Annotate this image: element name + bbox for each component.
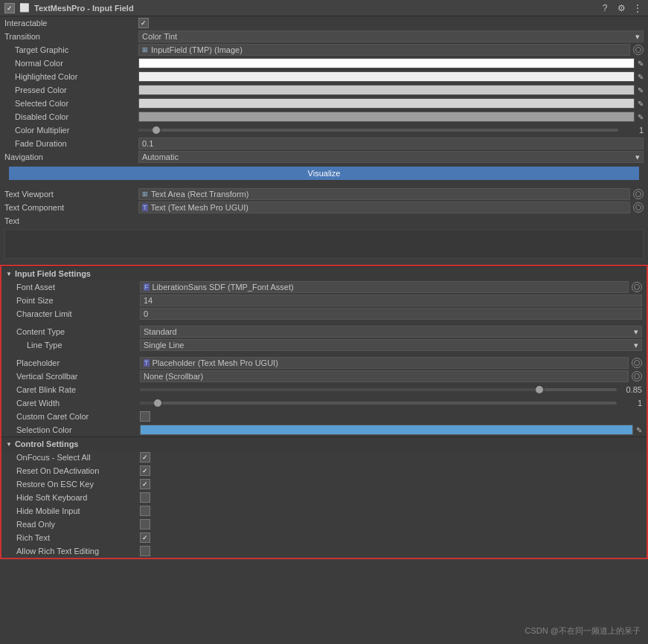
header-icons: ? ⚙ ⋮: [599, 2, 644, 14]
target-graphic-selector[interactable]: [633, 45, 644, 55]
help-icon[interactable]: ?: [599, 2, 611, 14]
color-multiplier-slider-container: 1: [138, 126, 644, 135]
custom-caret-color-row: Custom Caret Color: [1, 410, 647, 423]
vertical-scrollbar-field[interactable]: None (Scrollbar): [140, 370, 629, 382]
allow-rich-value: [140, 546, 642, 556]
caret-width-thumb[interactable]: [154, 399, 161, 407]
caret-blink-number: 0.85: [620, 385, 642, 394]
character-limit-input[interactable]: [140, 308, 642, 320]
placeholder-selector[interactable]: [632, 358, 642, 368]
text-component-field[interactable]: T Text (Text Mesh Pro UGUI): [138, 202, 630, 213]
text-viewport-row: Text Viewport ⊞ Text Area (Rect Transfor…: [0, 187, 648, 201]
disabled-color-edit[interactable]: ✎: [638, 113, 644, 121]
text-area-empty[interactable]: [4, 229, 644, 259]
selection-color-edit[interactable]: ✎: [636, 426, 642, 434]
on-focus-row: OnFocus - Select All: [1, 451, 647, 464]
content-type-value: Standard ▾: [140, 326, 642, 338]
on-focus-value: [140, 452, 642, 463]
settings-icon[interactable]: ⚙: [615, 2, 627, 14]
custom-caret-color-checkbox[interactable]: [140, 411, 150, 422]
selected-color-edit[interactable]: ✎: [638, 100, 644, 108]
hide-mobile-row: Hide Mobile Input: [1, 504, 647, 518]
hide-soft-checkbox[interactable]: [140, 492, 150, 503]
text-component-label: Text Component: [4, 203, 138, 212]
normal-color-value: ✎: [138, 58, 644, 68]
target-graphic-field[interactable]: ⊞ InputField (TMP) (Image): [138, 44, 630, 56]
custom-caret-color-label: Custom Caret Color: [6, 412, 140, 421]
normal-color-swatch[interactable]: [138, 58, 635, 68]
text-component-value: T Text (Text Mesh Pro UGUI): [138, 202, 644, 213]
component-header: ✓ ⬜ TextMeshPro - Input Field ? ⚙ ⋮: [0, 0, 648, 16]
interactable-checkbox[interactable]: [138, 18, 149, 28]
line-type-dropdown[interactable]: Single Line ▾: [140, 339, 642, 351]
text-viewport-value: ⊞ Text Area (Rect Transform): [138, 188, 644, 200]
caret-width-label: Caret Width: [6, 399, 140, 408]
interactable-value: [138, 18, 644, 28]
color-multiplier-label: Color Multiplier: [4, 126, 138, 135]
highlighted-color-edit[interactable]: ✎: [638, 73, 644, 81]
hide-soft-value: [140, 492, 642, 503]
control-collapse-triangle[interactable]: ▼: [6, 441, 12, 448]
transition-label: Transition: [4, 32, 138, 41]
transition-dropdown[interactable]: Color Tint ▾: [138, 30, 644, 42]
content-type-label: Content Type: [6, 327, 140, 336]
content-type-dropdown[interactable]: Standard ▾: [140, 326, 642, 338]
read-only-checkbox[interactable]: [140, 519, 150, 529]
allow-rich-checkbox[interactable]: [140, 546, 150, 556]
hide-soft-label: Hide Soft Keyboard: [6, 493, 140, 502]
caret-blink-track[interactable]: [140, 388, 617, 391]
target-graphic-icon: ⊞: [142, 46, 148, 54]
vertical-scrollbar-selector[interactable]: [632, 371, 642, 381]
point-size-input[interactable]: [140, 294, 642, 306]
font-asset-label: Font Asset: [6, 283, 140, 292]
vertical-scrollbar-value: None (Scrollbar): [140, 370, 642, 382]
text-viewport-label: Text Viewport: [4, 190, 138, 199]
hide-mobile-checkbox[interactable]: [140, 506, 150, 516]
pressed-color-swatch[interactable]: [138, 85, 635, 95]
rich-text-checkbox[interactable]: [140, 532, 150, 543]
font-asset-field[interactable]: F LiberationSans SDF (TMP_Font Asset): [140, 281, 629, 293]
pressed-color-row: Pressed Color ✎: [0, 83, 648, 97]
transition-value: Color Tint ▾: [138, 30, 644, 42]
text-row: Text: [0, 214, 648, 228]
reset-on-checkbox[interactable]: [140, 466, 150, 476]
caret-blink-rate-label: Caret Blink Rate: [6, 385, 140, 394]
highlighted-color-swatch[interactable]: [138, 71, 635, 82]
control-settings-header: ▼ Control Settings: [1, 437, 647, 451]
caret-blink-rate-value: 0.85: [140, 385, 642, 394]
caret-width-number: 1: [620, 399, 642, 408]
collapse-triangle[interactable]: ▼: [6, 271, 12, 277]
pressed-color-edit[interactable]: ✎: [638, 86, 644, 94]
disabled-color-swatch[interactable]: [138, 112, 635, 122]
line-type-row: Line Type Single Line ▾: [1, 338, 647, 352]
restore-on-checkbox[interactable]: [140, 479, 150, 489]
caret-width-track[interactable]: [140, 402, 617, 405]
caret-width-value: 1: [140, 399, 642, 408]
pressed-color-label: Pressed Color: [4, 86, 138, 94]
selection-color-swatch[interactable]: [140, 425, 633, 435]
selected-color-swatch[interactable]: [138, 98, 635, 109]
selection-color-row: Selection Color ✎: [1, 423, 647, 437]
placeholder-field[interactable]: T Placeholder (Text Mesh Pro UGUI): [140, 357, 629, 369]
text-viewport-selector[interactable]: [633, 189, 644, 199]
fade-duration-input[interactable]: [138, 138, 644, 149]
content-type-row: Content Type Standard ▾: [1, 325, 647, 338]
normal-color-edit[interactable]: ✎: [638, 59, 644, 68]
vertical-scrollbar-label: Vertical Scrollbar: [6, 372, 140, 381]
color-multiplier-thumb[interactable]: [153, 126, 160, 134]
navigation-dropdown[interactable]: Automatic ▾: [138, 151, 644, 163]
visualize-button[interactable]: Visualize: [9, 167, 639, 180]
color-multiplier-row: Color Multiplier 1: [0, 123, 648, 137]
color-multiplier-track[interactable]: [138, 129, 618, 132]
font-asset-selector[interactable]: [632, 282, 642, 292]
on-focus-checkbox[interactable]: [140, 452, 150, 463]
text-viewport-field[interactable]: ⊞ Text Area (Rect Transform): [138, 188, 630, 200]
overflow-icon[interactable]: ⋮: [632, 2, 644, 14]
caret-blink-thumb[interactable]: [536, 386, 543, 393]
text-component-selector[interactable]: [633, 202, 644, 213]
caret-blink-slider-container: 0.85: [140, 385, 642, 394]
placeholder-icon: T: [144, 359, 150, 367]
caret-width-row: Caret Width 1: [1, 396, 647, 410]
line-type-value: Single Line ▾: [140, 339, 642, 351]
component-enable-checkbox[interactable]: ✓: [4, 3, 15, 13]
